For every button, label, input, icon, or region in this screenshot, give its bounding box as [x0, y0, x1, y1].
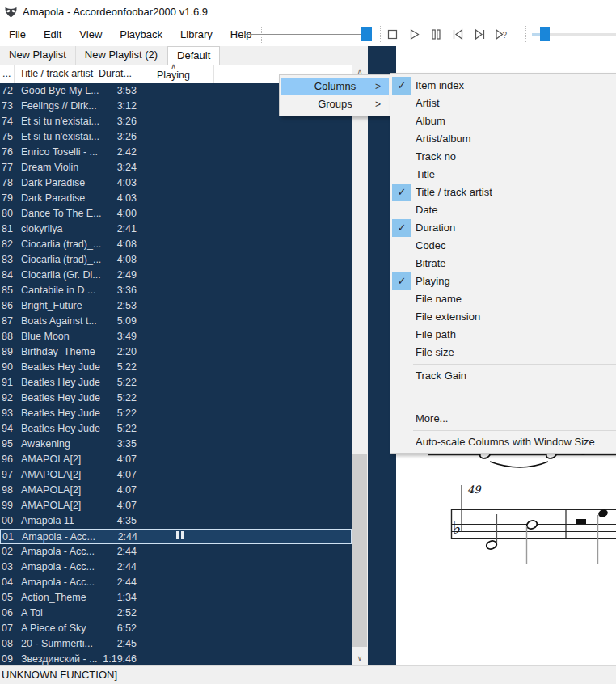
- playlist-scrollbar[interactable]: ∧ ∨: [352, 65, 368, 665]
- app-icon: [4, 5, 18, 19]
- playlist-row[interactable]: 92Beatles Hey Jude5:22: [0, 391, 352, 406]
- submenu-item-item-index[interactable]: ✓Item index: [390, 77, 616, 95]
- playlist-row[interactable]: 99AMAPOLA[2]4:07: [0, 498, 352, 513]
- stop-button[interactable]: [382, 25, 403, 44]
- submenu-item-auto-scale-columns-with-window-size[interactable]: Auto-scale Columns with Window Size: [390, 433, 616, 451]
- stop-icon: [386, 27, 399, 41]
- row-index: 78: [0, 175, 16, 191]
- playlist-row[interactable]: 02Amapola - Acc...2:44: [0, 544, 352, 559]
- context-menu-item-columns[interactable]: Columns>: [281, 78, 389, 95]
- playlist-row[interactable]: 90Beatles Hey Jude5:22: [0, 360, 352, 375]
- playlist-row[interactable]: 04Amapola - Acc...2:44: [0, 575, 352, 590]
- seek-track[interactable]: [244, 34, 361, 35]
- submenu-item-playing[interactable]: ✓Playing: [390, 272, 616, 290]
- submenu-item-artist[interactable]: Artist: [390, 95, 616, 112]
- playlist-row[interactable]: 03Amapola - Acc...2:44: [0, 559, 352, 575]
- playlist-row[interactable]: 77Dream Violin3:24: [0, 160, 352, 175]
- menu-playback[interactable]: Playback: [111, 23, 171, 46]
- playlist-row[interactable]: 09Звездинский - ...1:19:46: [0, 652, 352, 665]
- submenu-item-bitrate[interactable]: Bitrate: [390, 255, 616, 272]
- playlist-row[interactable]: 05Action_Theme1:34: [0, 590, 352, 606]
- playlist[interactable]: 72Good Bye My L...3:5373Feelings // Dirk…: [0, 83, 352, 665]
- playlist-row[interactable]: 86Bright_Future2:53: [0, 298, 352, 314]
- playlist-row-selected[interactable]: 01Amapola - Acc...2:44: [0, 529, 352, 544]
- submenu-item-title[interactable]: Title: [390, 166, 616, 184]
- playlist-row[interactable]: 94Beatles Hey Jude5:22: [0, 421, 352, 437]
- submenu-item-artist-album[interactable]: Artist/album: [390, 130, 616, 148]
- row-playing-status: [137, 606, 221, 621]
- volume-handle[interactable]: [540, 27, 550, 41]
- submenu-item-date[interactable]: Date: [390, 201, 616, 219]
- submenu-item-album[interactable]: Album: [390, 112, 616, 130]
- row-index: 08: [0, 636, 16, 652]
- menu-file[interactable]: File: [0, 23, 35, 46]
- pause-button[interactable]: [425, 25, 447, 44]
- playlist-row[interactable]: 07A Piece of Sky6:52: [0, 621, 352, 636]
- submenu-item-duration[interactable]: ✓Duration: [390, 219, 616, 237]
- playlist-row[interactable]: 97AMAPOLA[2]4:07: [0, 467, 352, 483]
- row-playing-status: [137, 498, 221, 513]
- context-menu-item-groups[interactable]: Groups>: [281, 95, 389, 113]
- next-button[interactable]: [469, 25, 491, 44]
- submenu-item-file-name[interactable]: File name: [390, 290, 616, 308]
- row-duration: 5:22: [102, 360, 137, 375]
- submenu-item-title-track-artist[interactable]: ✓Title / track artist: [390, 184, 616, 201]
- submenu-item-track-no[interactable]: Track no: [390, 148, 616, 166]
- row-title: Awakening: [16, 437, 102, 452]
- row-title: Dark Paradise: [16, 191, 102, 206]
- playlist-row[interactable]: 79Dark Paradise4:03: [0, 191, 352, 206]
- playlist-row[interactable]: 81ciokyrliya2:41: [0, 222, 352, 237]
- playlist-row[interactable]: 80Dance To The E...4:00: [0, 206, 352, 222]
- menu-separator: [413, 364, 616, 365]
- playlist-row[interactable]: 84Ciocarlia (Gr. Di...2:49: [0, 268, 352, 283]
- playlist-row[interactable]: 00Amapola 114:35: [0, 513, 352, 529]
- playlist-row[interactable]: 89Birthday_Theme2:20: [0, 344, 352, 360]
- playlist-row[interactable]: 95Awakening3:35: [0, 437, 352, 452]
- playlist-row[interactable]: 98AMAPOLA[2]4:07: [0, 483, 352, 498]
- menu-edit[interactable]: Edit: [35, 23, 70, 46]
- submenu-item-track-gain[interactable]: Track Gain: [390, 367, 616, 385]
- scroll-down-icon[interactable]: ∨: [352, 652, 368, 665]
- playlist-row[interactable]: 0820 - Summerti...2:45: [0, 636, 352, 652]
- playlist-row[interactable]: 83Ciocarlia (trad)_...4:08: [0, 252, 352, 268]
- column-header-title[interactable]: Title / track artist: [15, 65, 95, 83]
- row-index: 09: [0, 652, 16, 665]
- row-index: 05: [0, 590, 16, 606]
- previous-button[interactable]: [447, 25, 469, 44]
- play-button[interactable]: [403, 25, 425, 44]
- row-playing-status: [137, 530, 222, 543]
- playlist-row[interactable]: 96AMAPOLA[2]4:07: [0, 452, 352, 467]
- playlist-row[interactable]: 06A Toi2:52: [0, 606, 352, 621]
- column-header-index[interactable]: ...: [0, 65, 15, 83]
- playlist-row[interactable]: 82Ciocarlia (trad)_...4:08: [0, 237, 352, 252]
- row-index: 02: [0, 544, 16, 559]
- menu-view[interactable]: View: [70, 23, 111, 46]
- playlist-row[interactable]: 75Et si tu n'existai...3:26: [0, 129, 352, 145]
- submenu-item-more-[interactable]: More...: [390, 410, 616, 428]
- row-title: A Piece of Sky: [16, 621, 102, 636]
- column-header-playing[interactable]: ∧ Playing: [133, 65, 214, 83]
- row-playing-status: [137, 298, 221, 314]
- seek-handle[interactable]: [361, 27, 372, 41]
- menu-library[interactable]: Library: [171, 23, 222, 46]
- submenu-item-file-extension[interactable]: File extension: [390, 308, 616, 326]
- seek-slider[interactable]: [243, 23, 372, 46]
- column-header-duration[interactable]: Durat...: [95, 65, 133, 83]
- row-index: 72: [0, 83, 16, 99]
- playlist-row[interactable]: 93Beatles Hey Jude5:22: [0, 406, 352, 421]
- playlist-row[interactable]: 78Dark Paradise4:03: [0, 175, 352, 191]
- playlist-row[interactable]: 91Beatles Hey Jude5:22: [0, 375, 352, 391]
- playlist-row[interactable]: 87Boats Against t...5:09: [0, 314, 352, 329]
- playlist-row[interactable]: 88Blue Moon3:49: [0, 329, 352, 344]
- submenu-item-file-size[interactable]: File size: [390, 344, 616, 361]
- tab-new-playlist[interactable]: New Playlist: [0, 46, 76, 65]
- playlist-row[interactable]: 76Enrico Toselli - ...2:42: [0, 145, 352, 160]
- row-index: 76: [0, 145, 16, 160]
- volume-slider[interactable]: [530, 23, 616, 46]
- row-duration: 5:22: [102, 421, 137, 437]
- playlist-row[interactable]: 85Cantabile in D ...3:36: [0, 283, 352, 298]
- submenu-item-codec[interactable]: Codec: [390, 237, 616, 255]
- random-button[interactable]: ?: [491, 25, 513, 44]
- submenu-item-file-path[interactable]: File path: [390, 326, 616, 344]
- scrollbar-thumb[interactable]: [352, 454, 367, 647]
